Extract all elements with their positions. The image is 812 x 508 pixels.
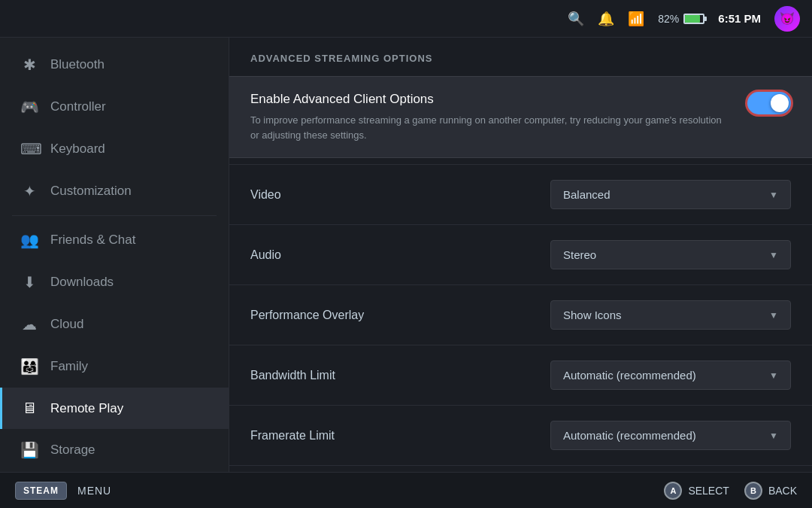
framerate-limit-dropdown[interactable]: Automatic (recommended) ▼ [550, 421, 791, 450]
settings-list: Video Balanced ▼ Audio Stereo ▼ Performa… [229, 158, 812, 466]
sidebar-label-keyboard: Keyboard [50, 141, 105, 157]
bottom-bar-right: A SELECT B BACK [664, 482, 797, 500]
performance-overlay-value: Show Icons [563, 309, 622, 321]
bandwidth-limit-label: Bandwidth Limit [250, 369, 335, 382]
audio-dropdown[interactable]: Stereo ▼ [550, 240, 791, 269]
performance-overlay-setting-row: Performance Overlay Show Icons ▼ [229, 285, 812, 345]
sidebar-item-bluetooth[interactable]: ✱ Bluetooth [0, 44, 229, 86]
system-icons: 🔍 🔔 📶 82% 6:51 PM 😈 [568, 6, 800, 32]
notification-icon[interactable]: 🔔 [598, 11, 614, 27]
toggle-knob [771, 94, 789, 112]
bluetooth-icon: ✱ [20, 56, 38, 74]
content-area: ADVANCED STREAMING OPTIONS Enable Advanc… [229, 38, 812, 472]
sidebar-label-remote-play: Remote Play [50, 401, 123, 416]
sidebar-label-family: Family [50, 359, 88, 374]
bandwidth-limit-dropdown[interactable]: Automatic (recommended) ▼ [550, 360, 791, 390]
video-dropdown-arrow: ▼ [769, 190, 778, 200]
main-layout: ✱ Bluetooth 🎮 Controller ⌨ Keyboard ✦ Cu… [0, 38, 812, 472]
video-setting-row: Video Balanced ▼ [229, 164, 812, 225]
audio-dropdown-arrow: ▼ [769, 250, 778, 260]
sidebar-item-friends-chat[interactable]: 👥 Friends & Chat [0, 219, 229, 261]
remote-play-icon: 🖥 [20, 400, 38, 417]
keyboard-icon: ⌨ [20, 140, 38, 158]
framerate-limit-label: Framerate Limit [250, 429, 335, 443]
performance-overlay-dropdown[interactable]: Show Icons ▼ [550, 300, 791, 330]
friends-icon: 👥 [20, 231, 38, 249]
select-hint: A SELECT [664, 482, 729, 500]
back-hint: B BACK [744, 482, 797, 500]
sidebar-item-cloud[interactable]: ☁ Cloud [0, 303, 229, 345]
top-bar: 🔍 🔔 📶 82% 6:51 PM 😈 [0, 0, 812, 38]
back-hint-label: BACK [768, 485, 797, 497]
sidebar-label-customization: Customization [50, 184, 132, 199]
steam-button[interactable]: STEAM [15, 482, 67, 500]
sidebar-label-cloud: Cloud [50, 317, 83, 332]
cloud-icon: ☁ [20, 315, 38, 333]
sidebar-item-remote-play[interactable]: 🖥 Remote Play [0, 388, 229, 429]
video-value: Balanced [563, 188, 611, 201]
sidebar-label-controller: Controller [50, 99, 106, 114]
audio-setting-row: Audio Stereo ▼ [229, 225, 812, 285]
battery-info: 82% [658, 13, 704, 25]
sidebar-item-family[interactable]: 👨‍👩‍👧 Family [0, 345, 229, 388]
audio-label: Audio [250, 248, 281, 262]
downloads-icon: ⬇ [20, 273, 38, 291]
video-dropdown[interactable]: Balanced ▼ [550, 180, 791, 209]
select-hint-label: SELECT [688, 485, 729, 497]
sidebar-label-bluetooth: Bluetooth [50, 57, 105, 72]
sidebar-item-downloads[interactable]: ⬇ Downloads [0, 261, 229, 303]
search-icon[interactable]: 🔍 [568, 11, 584, 27]
enable-advanced-toggle-row: Enable Advanced Client Options To improv… [229, 76, 812, 158]
storage-icon: 💾 [20, 441, 38, 459]
bandwidth-limit-setting-row: Bandwidth Limit Automatic (recommended) … [229, 345, 812, 406]
family-icon: 👨‍👩‍👧 [20, 357, 38, 376]
sidebar: ✱ Bluetooth 🎮 Controller ⌨ Keyboard ✦ Cu… [0, 38, 229, 472]
sidebar-item-customization[interactable]: ✦ Customization [0, 170, 229, 212]
sidebar-label-storage: Storage [50, 443, 95, 458]
toggle-info: Enable Advanced Client Options To improv… [250, 92, 732, 142]
customization-icon: ✦ [20, 182, 38, 200]
enable-advanced-toggle[interactable] [747, 92, 791, 114]
controller-icon: 🎮 [20, 98, 38, 116]
toggle-description: To improve performance streaming a game … [250, 113, 732, 142]
section-title: ADVANCED STREAMING OPTIONS [229, 38, 812, 76]
sidebar-label-friends: Friends & Chat [50, 233, 135, 248]
bandwidth-limit-value: Automatic (recommended) [563, 369, 696, 382]
select-button-circle: A [664, 482, 682, 500]
sidebar-item-controller[interactable]: 🎮 Controller [0, 86, 229, 128]
sidebar-item-keyboard[interactable]: ⌨ Keyboard [0, 128, 229, 170]
performance-overlay-dropdown-arrow: ▼ [769, 310, 778, 321]
toggle-title: Enable Advanced Client Options [250, 92, 732, 107]
toggle-switch-container [747, 92, 791, 114]
battery-bar [683, 14, 704, 24]
wifi-icon: 📶 [628, 11, 644, 27]
sidebar-label-downloads: Downloads [50, 275, 114, 290]
sidebar-item-storage[interactable]: 💾 Storage [0, 429, 229, 471]
framerate-limit-value: Automatic (recommended) [563, 429, 696, 442]
avatar[interactable]: 😈 [774, 6, 800, 32]
performance-overlay-label: Performance Overlay [250, 309, 364, 322]
battery-fill [685, 15, 700, 23]
audio-value: Stereo [563, 248, 596, 261]
framerate-limit-setting-row: Framerate Limit Automatic (recommended) … [229, 406, 812, 466]
back-button-circle: B [744, 482, 762, 500]
bottom-bar: STEAM MENU A SELECT B BACK [0, 472, 812, 508]
battery-percent: 82% [658, 13, 679, 25]
framerate-limit-dropdown-arrow: ▼ [769, 430, 778, 441]
sidebar-divider-1 [12, 215, 217, 216]
bandwidth-limit-dropdown-arrow: ▼ [769, 370, 778, 381]
menu-label: MENU [77, 485, 111, 497]
clock: 6:51 PM [718, 12, 761, 25]
video-label: Video [250, 188, 281, 202]
